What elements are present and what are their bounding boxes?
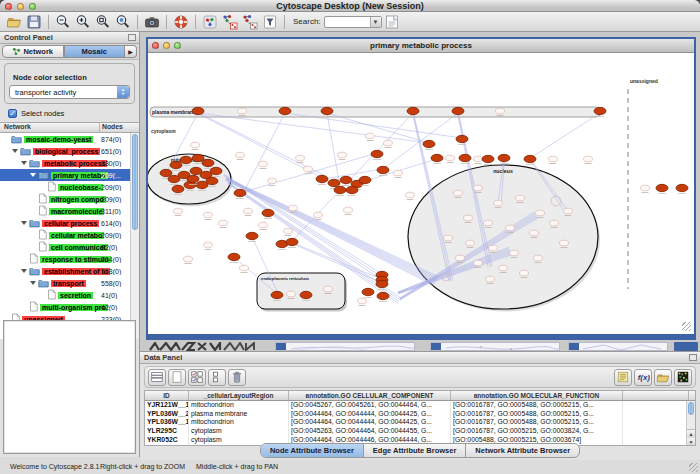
- scroll-up-icon[interactable]: ▲: [687, 430, 695, 438]
- window-titlebar[interactable]: Cytoscape Desktop (New Session): [0, 0, 700, 12]
- tab-edge-attribute-browser[interactable]: Edge Attribute Browser: [364, 444, 466, 457]
- column-header-1[interactable]: ID: [145, 391, 189, 400]
- unselect-attributes-button[interactable]: [208, 369, 226, 386]
- open-file-button[interactable]: [4, 13, 24, 31]
- tree-row[interactable]: primary metabo209(...: [0, 169, 139, 181]
- help-lifering-button[interactable]: [171, 13, 191, 31]
- network-window-titlebar[interactable]: primary metabolic process: [148, 39, 694, 53]
- new-network-from-selection-button[interactable]: [220, 13, 240, 31]
- formula-fx-button[interactable]: f(x): [634, 369, 652, 386]
- window-resize-grip[interactable]: [682, 322, 691, 331]
- node-color-selection-group: Node color selection transporter activit…: [4, 63, 135, 104]
- network-canvas[interactable]: plasma membranemitochondrionnucleusendop…: [148, 53, 694, 334]
- column-header-4[interactable]: annotation.GO MOLECULAR_FUNCTION: [451, 391, 623, 400]
- background-window[interactable]: [430, 342, 560, 351]
- search-dropdown-icon[interactable]: ▼: [370, 17, 381, 27]
- table-row[interactable]: YPL036W__2plasma membrane[GO:0044464, GO…: [145, 410, 695, 419]
- network-view-window[interactable]: primary metabolic process plasma membran…: [146, 37, 696, 340]
- zoom-in-icon: [75, 14, 91, 30]
- filter-button[interactable]: [260, 13, 280, 31]
- tree-row-label: primary metabo: [51, 172, 108, 179]
- svg-text:f(x): f(x): [638, 373, 650, 382]
- float-panel-icon[interactable]: [689, 354, 697, 361]
- attribute-matrix-button[interactable]: [674, 369, 692, 386]
- status-bar: Welcome to Cytoscape 2.8.1 Right-click +…: [0, 460, 700, 474]
- background-window[interactable]: [275, 342, 415, 351]
- delete-attribute-button[interactable]: [228, 369, 246, 386]
- attribute-notes-button[interactable]: [614, 369, 632, 386]
- tree-row[interactable]: nitrogen compo209(0): [0, 193, 139, 205]
- attribute-table-button[interactable]: [148, 369, 166, 386]
- tree-row[interactable]: establishment of lo558(0): [0, 265, 139, 277]
- expand-triangle-icon[interactable]: [21, 161, 27, 165]
- tab-network-attribute-browser[interactable]: Network Attribute Browser: [466, 444, 579, 457]
- tree-row[interactable]: secretion41(0): [0, 289, 139, 301]
- vizmapper-button[interactable]: [200, 13, 220, 31]
- expand-triangle-icon[interactable]: [21, 221, 27, 225]
- tree-row[interactable]: transport558(0): [0, 277, 139, 289]
- scrollbar-thumb[interactable]: [688, 402, 694, 415]
- tree-row[interactable]: cell communicat22(0): [0, 241, 139, 253]
- tree-row[interactable]: mosaic-demo-yeast874(0): [0, 133, 139, 145]
- tab-network[interactable]: Network: [2, 45, 64, 58]
- tree-row-label: multi-organism pro: [40, 304, 108, 311]
- search-label: Search:: [293, 17, 321, 26]
- tab-node-attribute-browser[interactable]: Node Attribute Browser: [261, 444, 364, 457]
- expand-triangle-icon[interactable]: [21, 269, 27, 273]
- tab-overflow-arrow[interactable]: ▶: [125, 45, 137, 58]
- tree-row[interactable]: multi-organism pro42(0): [0, 301, 139, 313]
- new-network-from-selection-edges-button[interactable]: [240, 13, 260, 31]
- tree-column-network[interactable]: Network: [0, 123, 100, 132]
- scrollbar-thumb[interactable]: [132, 134, 138, 230]
- tree-row[interactable]: nucleobase-209(0): [0, 181, 139, 193]
- cytoscape-window: Cytoscape Desktop (New Session) Search:▼…: [0, 0, 700, 474]
- birdseye-view[interactable]: [3, 320, 136, 454]
- select-attributes-button[interactable]: [188, 369, 206, 386]
- file-icon: [38, 205, 49, 217]
- tree-row[interactable]: macromolecule311(0): [0, 205, 139, 217]
- cell-id: YJR121W__1: [145, 401, 189, 410]
- tree-scrollbar[interactable]: [130, 133, 139, 339]
- app-resize-grip[interactable]: [689, 463, 698, 472]
- toolbar-separator: [166, 15, 167, 29]
- table-row[interactable]: YJR121W__1mitochondrion[GO:0045267, GO:0…: [145, 401, 695, 410]
- tree-row[interactable]: metabolic process280(0): [0, 157, 139, 169]
- folder-icon: [38, 170, 51, 181]
- tree-row-label: nucleobase-: [58, 184, 103, 191]
- zoom-out-button[interactable]: [53, 13, 73, 31]
- zoom-in-button[interactable]: [73, 13, 93, 31]
- data-panel-header: Data Panel: [140, 352, 700, 364]
- node-color-dropdown[interactable]: transporter activity ▲▼: [9, 85, 130, 99]
- tree-row[interactable]: cellular metabo209(0): [0, 229, 139, 241]
- attribute-table-body: YJR121W__1mitochondrion[GO:0045267, GO:0…: [145, 401, 695, 446]
- save-session-button[interactable]: [24, 13, 44, 31]
- tree-row[interactable]: cellular process614(0): [0, 217, 139, 229]
- cell-id: YLR295C: [145, 427, 189, 436]
- tab-mosaic[interactable]: Mosaic: [64, 45, 126, 58]
- import-attributes-button[interactable]: [654, 369, 672, 386]
- tree-row[interactable]: biological_process651(0): [0, 145, 139, 157]
- new-network-from-selection-icon: [222, 14, 238, 30]
- expand-triangle-icon[interactable]: [30, 281, 36, 285]
- column-header-3[interactable]: annotation.GO CELLULAR_COMPONENT: [289, 391, 451, 400]
- zoom-selected-button[interactable]: [113, 13, 133, 31]
- table-row[interactable]: YLR295Ccytoplasm[GO:0045263, GO:0044464,…: [145, 427, 695, 436]
- background-window[interactable]: [568, 342, 668, 351]
- float-panel-icon[interactable]: [128, 34, 136, 41]
- zoom-fit-button[interactable]: [93, 13, 113, 31]
- expand-triangle-icon[interactable]: [12, 149, 18, 153]
- column-header-2[interactable]: _cellularLayoutRegion: [189, 391, 289, 400]
- snapshot-camera-button[interactable]: [142, 13, 162, 31]
- tree-row-label: cellular metabo: [49, 232, 104, 239]
- table-scrollbar[interactable]: ▲ ▼: [686, 401, 695, 445]
- file-icon: [38, 193, 49, 205]
- table-row[interactable]: YPL036W__1mitochondrion[GO:0044464, GO:0…: [145, 418, 695, 427]
- attribute-index-button[interactable]: [382, 13, 402, 31]
- select-nodes-checkbox[interactable]: ✓: [8, 109, 17, 118]
- search-input[interactable]: ▼: [324, 16, 382, 28]
- tree-row-node-count: 209(0): [101, 232, 131, 239]
- tree-row[interactable]: response to stimulu264(0): [0, 253, 139, 265]
- new-attribute-button[interactable]: [168, 369, 186, 386]
- tree-column-nodes[interactable]: Nodes: [100, 123, 123, 132]
- expand-triangle-icon[interactable]: [30, 173, 36, 177]
